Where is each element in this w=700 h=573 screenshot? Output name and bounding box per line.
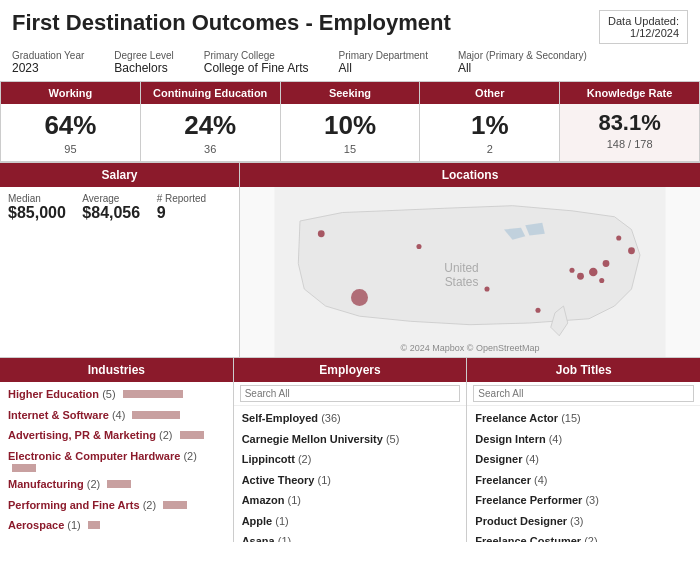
list-item: Carnegie Mellon University (5) xyxy=(234,429,467,450)
job-titles-search-container xyxy=(467,382,700,406)
svg-point-14 xyxy=(628,247,635,254)
header: First Destination Outcomes - Employment … xyxy=(0,0,700,48)
list-item: Freelancer (4) xyxy=(467,470,700,491)
filter-primary-department: Primary Department All xyxy=(338,50,427,75)
list-item: Design Intern (4) xyxy=(467,429,700,450)
stat-continuing-education: Continuing Education 24% 36 xyxy=(141,82,281,161)
salary-content: Median $85,000 Average $84,056 # Reporte… xyxy=(0,187,239,228)
page-title: First Destination Outcomes - Employment xyxy=(12,10,451,36)
middle-section: Salary Median $85,000 Average $84,056 # … xyxy=(0,162,700,357)
list-item: Asana (1) xyxy=(234,531,467,542)
filters-row: Graduation Year 2023 Degree Level Bachel… xyxy=(0,48,700,81)
svg-point-13 xyxy=(616,235,621,240)
page-container: First Destination Outcomes - Employment … xyxy=(0,0,700,542)
list-item: Product Designer (3) xyxy=(467,511,700,532)
svg-point-12 xyxy=(416,244,421,249)
svg-text:United: United xyxy=(444,261,478,275)
svg-point-9 xyxy=(351,289,368,306)
list-item: Apple (1) xyxy=(234,511,467,532)
job-titles-panel: Job Titles Freelance Actor (15)Design In… xyxy=(467,358,700,542)
us-map: United States xyxy=(240,187,700,357)
svg-point-4 xyxy=(577,273,584,280)
employers-search-input[interactable] xyxy=(240,385,461,402)
industries-panel: Industries Higher Education (5) Internet… xyxy=(0,358,234,542)
job-titles-list: Freelance Actor (15)Design Intern (4)Des… xyxy=(467,406,700,542)
list-item: Lippincott (2) xyxy=(234,449,467,470)
industries-list: Higher Education (5) Internet & Software… xyxy=(0,382,233,542)
stat-seeking: Seeking 10% 15 xyxy=(281,82,421,161)
svg-point-5 xyxy=(569,268,574,273)
employers-panel: Employers Self-Employed (36)Carnegie Mel… xyxy=(234,358,468,542)
svg-point-3 xyxy=(589,268,598,277)
list-item: Freelance Performer (3) xyxy=(467,490,700,511)
employers-list: Self-Employed (36)Carnegie Mellon Univer… xyxy=(234,406,467,542)
data-updated-box: Data Updated: 1/12/2024 xyxy=(599,10,688,44)
list-item: Amazon (1) xyxy=(234,490,467,511)
svg-point-8 xyxy=(318,230,325,237)
stat-knowledge-rate: Knowledge Rate 83.1% 148 / 178 xyxy=(560,82,699,161)
salary-panel: Salary Median $85,000 Average $84,056 # … xyxy=(0,163,240,357)
stats-row: Working 64% 95 Continuing Education 24% … xyxy=(0,81,700,162)
locations-panel: Locations United States xyxy=(240,163,700,357)
list-item: Internet & Software (4) xyxy=(0,405,233,426)
svg-point-6 xyxy=(603,260,610,267)
list-item: Aerospace (1) xyxy=(0,515,233,536)
list-item: Active Theory (1) xyxy=(234,470,467,491)
filter-graduation-year: Graduation Year 2023 xyxy=(12,50,84,75)
map-container: United States © 2024 Mapbox © xyxy=(240,187,700,357)
list-item: Electronic & Computer Hardware (2) xyxy=(0,446,233,475)
filter-primary-college: Primary College College of Fine Arts xyxy=(204,50,309,75)
svg-text:States: States xyxy=(445,275,479,289)
list-item: Manufacturing (2) xyxy=(0,474,233,495)
list-item: Government - Local, State & Federal (1) xyxy=(0,536,233,543)
stat-working: Working 64% 95 xyxy=(1,82,141,161)
svg-point-11 xyxy=(535,308,540,313)
list-item: Designer (4) xyxy=(467,449,700,470)
svg-point-10 xyxy=(484,286,489,291)
employers-search-container xyxy=(234,382,467,406)
filter-major: Major (Primary & Secondary) All xyxy=(458,50,587,75)
salary-reported: # Reported 9 xyxy=(157,193,231,222)
svg-point-7 xyxy=(599,278,604,283)
list-item: Advertising, PR & Marketing (2) xyxy=(0,425,233,446)
list-item: Self-Employed (36) xyxy=(234,408,467,429)
list-item: Freelance Costumer (2) xyxy=(467,531,700,542)
list-item: Freelance Actor (15) xyxy=(467,408,700,429)
salary-median: Median $85,000 xyxy=(8,193,82,222)
list-item: Higher Education (5) xyxy=(0,384,233,405)
stat-other: Other 1% 2 xyxy=(420,82,560,161)
list-item: Performing and Fine Arts (2) xyxy=(0,495,233,516)
bottom-section: Industries Higher Education (5) Internet… xyxy=(0,357,700,542)
filter-degree-level: Degree Level Bachelors xyxy=(114,50,173,75)
salary-average: Average $84,056 xyxy=(82,193,156,222)
job-titles-search-input[interactable] xyxy=(473,385,694,402)
